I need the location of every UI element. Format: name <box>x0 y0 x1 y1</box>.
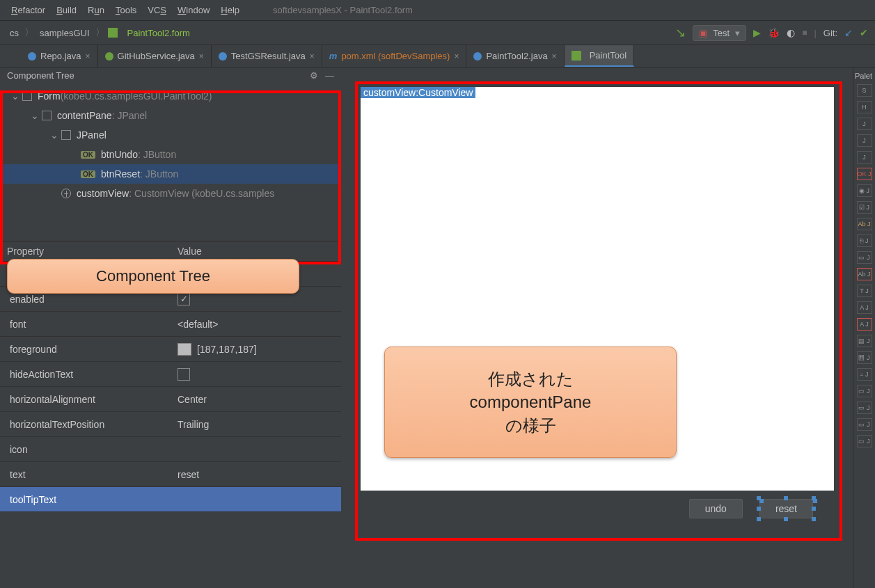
nav-actions: ↘ ▣ Test ▾ ▶ 🐞 ◐ ■ | Git: ↙ ✔ <box>675 25 868 41</box>
breadcrumb: cs 〉 samplesGUI 〉 PaintTool2.form <box>7 26 675 39</box>
build-icon[interactable]: ↘ <box>675 25 686 40</box>
crumb-samplesgui[interactable]: samplesGUI <box>37 28 93 38</box>
palette-item[interactable]: ◉ J <box>857 184 872 197</box>
git-commit-icon[interactable]: ✔ <box>860 27 868 38</box>
tree-node-customview[interactable]: customView : CustomView (kobeU.cs.sample… <box>0 184 341 203</box>
nav-row: cs 〉 samplesGUI 〉 PaintTool2.form ↘ ▣ Te… <box>0 21 875 45</box>
tree-node-jpanel[interactable]: ⌄ JPanel <box>0 125 341 145</box>
palette-item[interactable]: J <box>857 151 872 164</box>
palette-item[interactable]: Ab J <box>857 218 872 230</box>
tab-painttool2-java[interactable]: PaintTool2.java × <box>466 45 564 67</box>
reset-button[interactable]: reset <box>759 499 813 518</box>
tab-painttool2-form[interactable]: PaintTool <box>565 45 634 67</box>
close-icon[interactable]: × <box>199 51 204 61</box>
palette-item[interactable]: ☑ J <box>857 201 872 214</box>
palette-item[interactable]: A J <box>857 301 872 314</box>
stop-icon[interactable]: ■ <box>802 28 807 38</box>
color-swatch-icon <box>178 343 191 356</box>
palette-item[interactable]: 囲 J <box>857 351 872 364</box>
col-property: Property <box>0 241 171 261</box>
prop-horizontalalignment[interactable]: horizontalAlignment Center <box>0 387 341 412</box>
close-icon[interactable]: × <box>86 51 90 61</box>
prop-foreground[interactable]: foreground [187,187,187] <box>0 337 341 362</box>
col-value: Value <box>171 241 341 261</box>
menu-window[interactable]: Window <box>172 5 215 15</box>
tree-node-form[interactable]: ⌄ Form (kobeU.cs.samplesGUI.PaintTool2) <box>0 86 341 106</box>
editor-tabs: Repo.java × GitHubService.java × TestGSR… <box>0 45 875 67</box>
close-icon[interactable]: × <box>310 51 315 61</box>
palette-item[interactable]: ▭ J <box>857 385 872 397</box>
gear-icon[interactable]: ⚙ <box>310 70 318 81</box>
java-class-icon <box>28 52 36 61</box>
debug-icon[interactable]: 🐞 <box>768 27 780 38</box>
prop-hideactiontext[interactable]: hideActionText <box>0 362 341 387</box>
java-interface-icon <box>105 52 113 61</box>
tab-repo-java[interactable]: Repo.java × <box>21 45 98 67</box>
palette-item[interactable]: ⎘ J <box>857 235 872 247</box>
palette-item[interactable]: S <box>857 84 872 97</box>
callout-component-tree: Component Tree <box>7 259 299 294</box>
prop-icon[interactable]: icon <box>0 437 341 462</box>
crumb-cs[interactable]: cs <box>7 28 22 38</box>
tree-node-contentpane[interactable]: ⌄ contentPane : JPanel <box>0 106 341 125</box>
callout-component-pane: 作成された componentPane の様子 <box>384 347 677 458</box>
form-file-icon <box>108 28 118 38</box>
palette-item[interactable]: J <box>857 118 872 130</box>
java-class-icon <box>219 52 227 61</box>
palette-item[interactable]: A J <box>857 318 872 331</box>
tab-testgsresult-java[interactable]: TestGSResult.java × <box>212 45 322 67</box>
tab-pom-xml[interactable]: m pom.xml (softDevSamples) × <box>322 45 467 67</box>
java-class-icon <box>473 52 482 61</box>
palette-title: Palet <box>855 72 872 80</box>
git-label: Git: <box>823 28 837 38</box>
prop-horizontaltextposition[interactable]: horizontalTextPosition Trailing <box>0 412 341 437</box>
button-bar: undo reset <box>361 491 834 527</box>
form-designer-canvas[interactable]: customView:CustomView undo reset <box>361 87 834 527</box>
palette-item[interactable]: J <box>857 134 872 147</box>
run-config-select[interactable]: ▣ Test ▾ <box>693 25 746 41</box>
close-icon[interactable]: × <box>552 51 557 61</box>
crumb-painttool2-form[interactable]: PaintTool2.form <box>125 28 193 38</box>
palette-item[interactable]: OK J <box>857 168 872 180</box>
palette-item[interactable]: T J <box>857 285 872 297</box>
prop-text[interactable]: text reset <box>0 462 341 487</box>
window-title: softdevsamplesX - PaintTool2.form <box>273 5 413 15</box>
component-tree-title: Component Tree <box>7 70 74 81</box>
menu-tools[interactable]: Tools <box>110 5 142 15</box>
palette-item[interactable]: ▭ J <box>857 435 872 447</box>
close-icon[interactable]: × <box>454 51 459 61</box>
tree-node-btnundo[interactable]: OK btnUndo : JButton <box>0 145 341 164</box>
menu-vcs[interactable]: VCS <box>142 5 172 15</box>
palette-item[interactable]: ▭ J <box>857 402 872 414</box>
git-update-icon[interactable]: ↙ <box>844 27 853 38</box>
component-tree-header: Component Tree ⚙ — <box>0 67 341 84</box>
menu-help[interactable]: Help <box>215 5 245 15</box>
palette-item[interactable]: ▤ J <box>857 335 872 347</box>
palette-item[interactable]: ▭ J <box>857 251 872 264</box>
prop-tooltiptext[interactable]: toolTipText <box>0 487 341 512</box>
menu-run[interactable]: Run <box>82 5 110 15</box>
palette-bar[interactable]: Palet S H J J J OK J ◉ J ☑ J Ab J ⎘ J ▭ … <box>853 67 875 588</box>
run-config-label: Test <box>713 28 730 38</box>
palette-item[interactable]: Ab J <box>857 268 872 280</box>
palette-item[interactable]: ▭ J <box>857 418 872 431</box>
custom-component-icon <box>61 189 71 198</box>
coverage-icon[interactable]: ◐ <box>787 27 795 38</box>
undo-button[interactable]: undo <box>689 499 743 518</box>
prop-font[interactable]: font <default> <box>0 312 341 337</box>
palette-item[interactable]: H <box>857 101 872 113</box>
component-tree[interactable]: ⌄ Form (kobeU.cs.samplesGUI.PaintTool2) … <box>0 84 341 206</box>
tab-githubservice-java[interactable]: GitHubService.java × <box>98 45 212 67</box>
maven-icon: m <box>329 51 338 61</box>
checkbox-unchecked-icon[interactable] <box>178 368 190 381</box>
menubar: Refactor Build Run Tools VCS Window Help… <box>0 0 875 21</box>
tree-node-btnreset[interactable]: OK btnReset : JButton <box>0 164 341 184</box>
checkbox-checked-icon[interactable]: ✓ <box>178 293 190 305</box>
reset-button-selected[interactable]: reset <box>759 499 813 518</box>
menu-build[interactable]: Build <box>51 5 82 15</box>
minimize-icon[interactable]: — <box>325 70 334 81</box>
run-icon[interactable]: ▶ <box>753 27 761 38</box>
main-area: Component Tree ⚙ — ⌄ Form (kobeU.cs.samp… <box>0 67 875 588</box>
palette-item[interactable]: = J <box>857 368 872 381</box>
menu-refactor[interactable]: Refactor <box>6 5 51 15</box>
